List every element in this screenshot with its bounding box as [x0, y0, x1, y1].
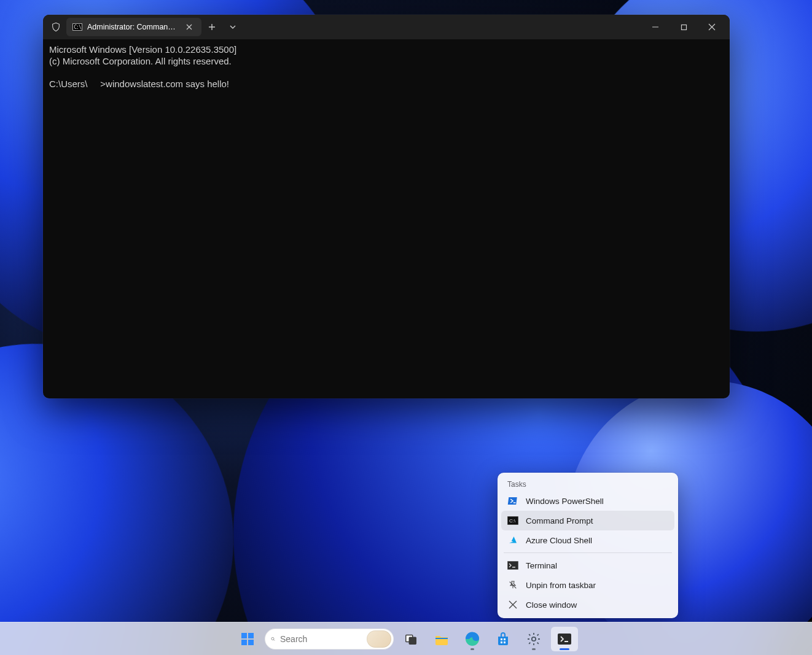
jumplist-header: Tasks: [501, 476, 674, 491]
admin-shield-icon: [50, 21, 61, 33]
store-icon: [496, 632, 510, 646]
jumplist-item-label: Command Prompt: [526, 516, 593, 525]
jumplist-item-terminal[interactable]: Terminal: [501, 556, 674, 575]
terminal-window: C:\ Administrator: Command Pro Microsoft…: [43, 15, 730, 398]
azure-icon: [507, 535, 518, 546]
tab-command-prompt[interactable]: C:\ Administrator: Command Pro: [66, 18, 201, 36]
taskbar-search[interactable]: [265, 629, 394, 649]
svg-rect-6: [241, 640, 247, 645]
cmd-icon: C:\: [72, 23, 82, 31]
jumplist-item-close[interactable]: Close window: [501, 595, 674, 614]
search-icon: [271, 634, 275, 644]
jumplist-item-azure[interactable]: Azure Cloud Shell: [501, 530, 674, 550]
svg-rect-10: [409, 637, 416, 644]
powershell-icon: [507, 495, 518, 506]
svg-rect-7: [248, 640, 254, 645]
unpin-icon: [507, 579, 518, 591]
svg-rect-17: [558, 634, 571, 645]
jumplist-item-label: Close window: [526, 600, 577, 610]
tab-dropdown-button[interactable]: [222, 18, 243, 36]
terminal-icon: [558, 634, 571, 645]
task-view-button[interactable]: [397, 627, 424, 651]
start-button[interactable]: [234, 627, 261, 651]
cmd-icon: C:\: [507, 515, 518, 526]
svg-rect-5: [248, 633, 254, 638]
jumplist-item-label: Windows PowerShell: [526, 497, 604, 506]
separator: [504, 552, 672, 553]
taskbar-app-settings[interactable]: [520, 627, 547, 651]
file-explorer-icon: [434, 632, 449, 646]
taskbar: [0, 622, 812, 655]
terminal-icon: [507, 560, 518, 571]
jumplist-item-label: Unpin from taskbar: [526, 581, 596, 590]
minimize-button[interactable]: [641, 18, 670, 36]
jumplist-item-unpin[interactable]: Unpin from taskbar: [501, 575, 674, 595]
taskbar-app-edge[interactable]: [459, 627, 486, 651]
svg-rect-0: [681, 25, 686, 29]
jumplist-item-cmd[interactable]: C:\ Command Prompt: [501, 511, 674, 530]
svg-text:C:\: C:\: [509, 518, 516, 524]
maximize-button[interactable]: [670, 18, 698, 36]
jumplist: Tasks Windows PowerShell C:\ Command Pro…: [498, 473, 678, 618]
svg-rect-4: [241, 633, 247, 638]
terminal-output[interactable]: Microsoft Windows [Version 10.0.22635.35…: [43, 39, 730, 95]
close-icon: [507, 599, 518, 610]
svg-point-8: [271, 637, 274, 640]
new-tab-button[interactable]: [201, 18, 222, 36]
taskbar-app-terminal[interactable]: [551, 627, 578, 651]
taskbar-app-explorer[interactable]: [428, 627, 455, 651]
svg-rect-3: [507, 561, 518, 570]
svg-rect-13: [504, 638, 506, 640]
close-tab-button[interactable]: [183, 21, 195, 33]
svg-rect-12: [501, 638, 502, 640]
svg-rect-15: [504, 641, 506, 643]
edge-icon: [465, 632, 480, 646]
jumplist-item-label: Azure Cloud Shell: [526, 536, 592, 545]
title-bar: C:\ Administrator: Command Pro: [43, 15, 730, 39]
jumplist-item-label: Terminal: [526, 561, 557, 570]
tab-title: Administrator: Command Pro: [87, 23, 178, 31]
search-highlight-icon: [367, 630, 391, 648]
svg-rect-14: [501, 641, 502, 643]
settings-icon: [526, 632, 541, 646]
taskbar-app-store[interactable]: [490, 627, 517, 651]
close-window-button[interactable]: [698, 18, 726, 36]
svg-point-16: [532, 637, 536, 640]
jumplist-item-powershell[interactable]: Windows PowerShell: [501, 491, 674, 511]
